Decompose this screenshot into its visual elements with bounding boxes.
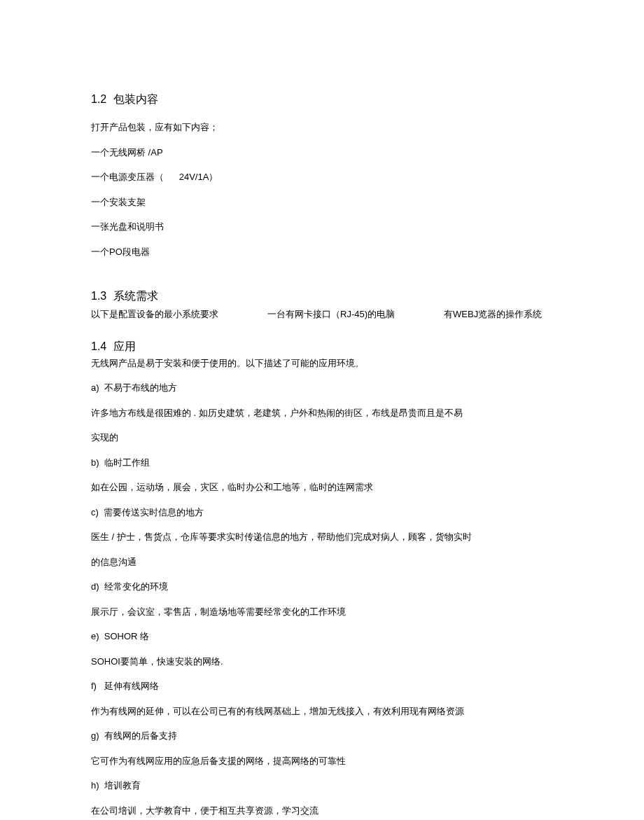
- item-g-title: 有线网的后备支持: [104, 730, 177, 741]
- section-1-3: 1.3系统需求 以下是配置设备的最小系统要求一台有网卡接口（RJ-45)的电脑有…: [91, 288, 553, 321]
- item-a-header: a) 不易于布线的地方: [91, 381, 553, 395]
- item-a-body-1: 实现的: [91, 431, 553, 445]
- heading-1-4-title: 应用: [113, 340, 136, 352]
- pkg-item-1: 一个电源变压器（ 24V/1A）: [91, 170, 553, 184]
- item-a-title: 不易于布线的地方: [104, 382, 177, 393]
- item-b-header: b) 临时工作组: [91, 456, 553, 470]
- item-h-body-0: 在公司培训，大学教育中，便于相互共享资源，学习交流: [91, 804, 553, 818]
- item-h-header: h) 培训教育: [91, 779, 553, 793]
- item-h-title: 培训教育: [104, 780, 141, 791]
- item-d-label: d): [91, 581, 99, 592]
- heading-1-4: 1.4应用: [91, 338, 553, 355]
- item-e-title: SOHOR 络: [104, 631, 149, 641]
- item-g-header: g) 有线网的后备支持: [91, 729, 553, 743]
- heading-1-2-number: 1.2: [91, 93, 106, 105]
- item-b-title: 临时工作组: [104, 457, 150, 468]
- heading-1-4-number: 1.4: [91, 340, 106, 352]
- item-e-header: e) SOHOR 络: [91, 630, 553, 644]
- item-h-label: h): [91, 780, 99, 791]
- item-d-header: d) 经常变化的环境: [91, 580, 553, 594]
- item-f-label: f): [91, 681, 97, 691]
- heading-1-2: 1.2包装内容: [91, 91, 553, 108]
- item-d-body-0: 展示厅，会议室，零售店，制造场地等需要经常变化的工作环境: [91, 605, 553, 619]
- sys-req-c: 有WEBJ览器的操作系统: [444, 309, 542, 319]
- item-f-header: f) 延伸有线网络: [91, 679, 553, 693]
- heading-1-3-title: 系统需求: [113, 290, 158, 302]
- item-b-label: b): [91, 457, 99, 468]
- item-c-body-0: 医生 / 护士，售货点，仓库等要求实时传递信息的地方，帮助他们完成对病人，顾客，…: [91, 530, 553, 544]
- sys-req-b: 一台有网卡接口（RJ-45)的电脑: [267, 309, 395, 319]
- item-c-header: c) 需要传送实时信息的地方: [91, 506, 553, 520]
- sys-req-a: 以下是配置设备的最小系统要求: [91, 309, 218, 319]
- item-c-label: c): [91, 507, 99, 517]
- section-1-4: 1.4应用 无线网产品是易于安装和便于使用的。以下描述了可能的应用环境。 a) …: [91, 338, 553, 818]
- item-b-body-0: 如在公园，运动场，展会，灾区，临时办公和工地等，临时的连网需求: [91, 480, 553, 494]
- item-e-body-0: SOHOI要简单，快速安装的网络.: [91, 655, 553, 669]
- item-e-label: e): [91, 631, 99, 641]
- section-1-4-intro: 无线网产品是易于安装和便于使用的。以下描述了可能的应用环境。: [91, 356, 553, 370]
- section-1-2-intro: 打开产品包装，应有如下内容；: [91, 120, 553, 134]
- item-a-label: a): [91, 382, 99, 393]
- item-g-label: g): [91, 730, 99, 741]
- heading-1-3-number: 1.3: [91, 290, 106, 302]
- pkg-item-3: 一张光盘和说明书: [91, 220, 553, 234]
- sys-req-line: 以下是配置设备的最小系统要求一台有网卡接口（RJ-45)的电脑有WEBJ览器的操…: [91, 307, 553, 321]
- heading-1-3: 1.3系统需求: [91, 288, 553, 305]
- section-1-2: 1.2包装内容 打开产品包装，应有如下内容； 一个无线网桥 /AP 一个电源变压…: [91, 91, 553, 258]
- item-f-title: 延伸有线网络: [104, 681, 159, 691]
- pkg-item-4: 一个PO段电器: [91, 245, 553, 259]
- heading-1-2-title: 包装内容: [113, 93, 158, 105]
- item-c-title: 需要传送实时信息的地方: [104, 507, 204, 517]
- item-c-body-1: 的信息沟通: [91, 555, 553, 569]
- item-f-body-0: 作为有线网的延伸，可以在公司已有的有线网基础上，增加无线接入，有效利用现有网络资…: [91, 704, 553, 718]
- pkg-item-2: 一个安装支架: [91, 195, 553, 209]
- item-d-title: 经常变化的环境: [104, 581, 168, 592]
- pkg-item-0: 一个无线网桥 /AP: [91, 146, 553, 160]
- item-a-body-0: 许多地方布线是很困难的 . 如历史建筑，老建筑，户外和热闹的街区，布线是昂贵而且…: [91, 406, 553, 420]
- item-g-body-0: 它可作为有线网应用的应急后备支援的网络，提高网络的可靠性: [91, 754, 553, 768]
